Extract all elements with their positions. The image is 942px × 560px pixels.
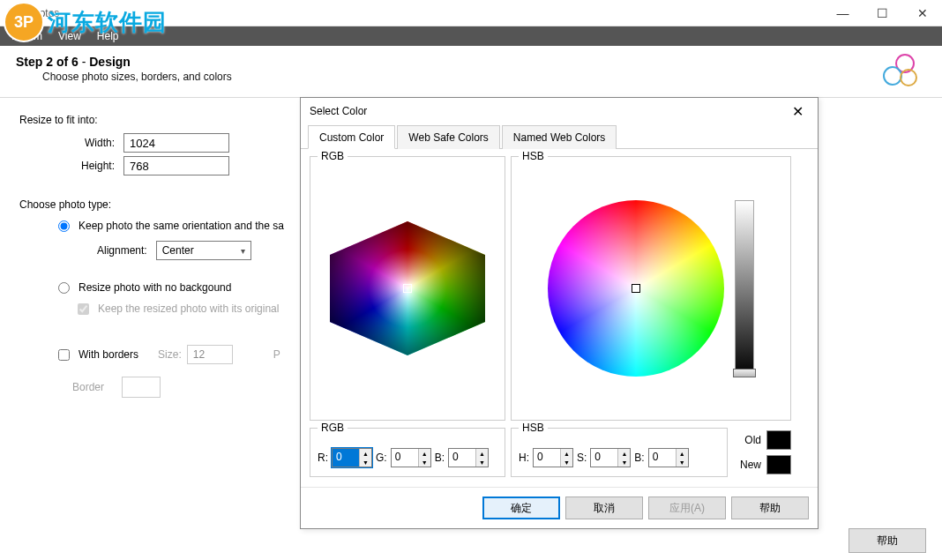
- g-spinner[interactable]: 0 ▲▼: [391, 448, 431, 467]
- chevron-down-icon: ▾: [241, 246, 245, 256]
- dialog-close-button[interactable]: ✕: [787, 103, 809, 120]
- old-color-swatch: [766, 430, 791, 450]
- g-down-icon[interactable]: ▼: [418, 458, 430, 467]
- tab-custom-color[interactable]: Custom Color: [308, 125, 395, 149]
- dialog-tabs: Custom Color Web Safe Colors Named Web C…: [301, 124, 818, 149]
- keep-original-label: Keep the resized photo with its original: [98, 302, 279, 315]
- hsb-picker-panel: HSB: [511, 156, 791, 421]
- step-sep: -: [78, 55, 89, 69]
- window-title: Photos: [26, 7, 59, 19]
- g-label: G:: [376, 452, 387, 464]
- tab-named-web[interactable]: Named Web Colors: [502, 125, 617, 149]
- main-help-button[interactable]: 帮助: [849, 528, 926, 553]
- s-value: 0: [591, 449, 617, 467]
- step-header: Step 2 of 6 - Design Choose photo sizes,…: [0, 46, 942, 98]
- b-spinner[interactable]: 0 ▲▼: [448, 448, 489, 467]
- dialog-help-button[interactable]: 帮助: [731, 497, 809, 519]
- dialog-button-bar: 确定 取消 应用(A) 帮助: [301, 487, 818, 528]
- r-down-icon[interactable]: ▼: [359, 458, 371, 467]
- hsb-inputs-panel: HSB H: 0 ▲▼ S: 0 ▲▼ B: 0 ▲▼: [511, 428, 728, 477]
- hsb-color-wheel[interactable]: [548, 200, 724, 377]
- radio-resize-label: Resize photo with no backgound: [78, 281, 231, 294]
- rgb-picker-panel: RGB: [310, 156, 505, 421]
- size-label: Size:: [158, 348, 182, 361]
- window-titlebar: Photos — ☐ ✕: [0, 0, 942, 26]
- dialog-ok-button[interactable]: 确定: [482, 497, 560, 519]
- svg-point-1: [11, 11, 20, 19]
- radio-resize-nobg[interactable]: [58, 282, 70, 294]
- tab-web-safe[interactable]: Web Safe Colors: [397, 125, 500, 149]
- select-color-dialog: Select Color ✕ Custom Color Web Safe Col…: [300, 97, 819, 529]
- dialog-title: Select Color: [310, 105, 367, 117]
- b2-spinner[interactable]: 0 ▲▼: [648, 448, 689, 467]
- h-up-icon[interactable]: ▲: [560, 449, 572, 458]
- hsb-panel-legend: HSB: [519, 150, 548, 162]
- new-color-swatch: [766, 455, 791, 474]
- alignment-select[interactable]: Center ▾: [156, 241, 251, 260]
- s-label: S:: [577, 452, 587, 464]
- b-up-icon[interactable]: ▲: [475, 449, 488, 458]
- b2-down-icon[interactable]: ▼: [676, 458, 688, 467]
- hsb-brightness-handle[interactable]: [733, 369, 756, 377]
- old-label: Old: [744, 434, 761, 446]
- r-label: R:: [318, 452, 328, 464]
- rgb-inputs-panel: RGB R: 0 ▲▼ G: 0 ▲▼ B: 0 ▲▼: [310, 428, 505, 477]
- step-number: Step 2 of 6: [16, 55, 78, 69]
- step-name: Design: [89, 55, 131, 69]
- border-color-swatch[interactable]: [122, 377, 161, 398]
- menu-view[interactable]: View: [51, 28, 88, 44]
- window-close-button[interactable]: ✕: [902, 0, 942, 26]
- dialog-titlebar: Select Color ✕: [301, 98, 818, 124]
- menubar: Album View Help: [0, 26, 942, 46]
- rgb-inputs-legend: RGB: [318, 422, 348, 434]
- hsb-wheel-marker[interactable]: [632, 284, 640, 293]
- radio-same-orientation[interactable]: [58, 220, 70, 232]
- h-label: H:: [519, 452, 529, 464]
- step-title: Step 2 of 6 - Design: [16, 55, 232, 69]
- s-up-icon[interactable]: ▲: [617, 449, 630, 458]
- p-label: P: [273, 348, 280, 361]
- h-down-icon[interactable]: ▼: [560, 458, 572, 467]
- check-keep-original: [78, 303, 89, 315]
- old-new-panel: Old New: [735, 428, 791, 477]
- bubbles-icon: [878, 53, 919, 88]
- b2-label: B:: [634, 452, 644, 464]
- menu-help[interactable]: Help: [90, 28, 126, 44]
- r-value: 0: [333, 449, 359, 467]
- with-borders-label: With borders: [78, 348, 138, 361]
- border-label: Border: [72, 381, 104, 393]
- s-down-icon[interactable]: ▼: [617, 458, 630, 467]
- main-button-bar: 帮助: [849, 528, 926, 553]
- b2-value: 0: [649, 449, 676, 467]
- b2-up-icon[interactable]: ▲: [676, 449, 688, 458]
- check-with-borders[interactable]: [58, 349, 70, 361]
- border-size-input[interactable]: [187, 345, 233, 364]
- b-down-icon[interactable]: ▼: [475, 458, 488, 467]
- height-label: Height:: [58, 160, 115, 172]
- radio-same-label: Keep photo the same orientation and the …: [78, 220, 284, 232]
- b-label: B:: [435, 452, 445, 464]
- g-up-icon[interactable]: ▲: [418, 449, 430, 458]
- dialog-apply-button: 应用(A): [648, 497, 726, 519]
- r-spinner[interactable]: 0 ▲▼: [332, 448, 372, 467]
- hsb-inputs-legend: HSB: [519, 422, 548, 434]
- b-value: 0: [449, 449, 475, 467]
- alignment-label: Alignment:: [97, 244, 147, 257]
- g-value: 0: [392, 449, 418, 467]
- app-icon: [7, 6, 21, 20]
- r-up-icon[interactable]: ▲: [359, 449, 371, 458]
- window-maximize-button[interactable]: ☐: [863, 0, 902, 26]
- rgb-panel-legend: RGB: [318, 150, 348, 162]
- step-subtitle: Choose photo sizes, borders, and colors: [42, 71, 232, 83]
- s-spinner[interactable]: 0 ▲▼: [590, 448, 631, 467]
- dialog-cancel-button[interactable]: 取消: [565, 497, 643, 519]
- hsb-brightness-slider[interactable]: [735, 200, 754, 377]
- h-spinner[interactable]: 0 ▲▼: [533, 448, 573, 467]
- height-input[interactable]: [123, 156, 229, 175]
- window-minimize-button[interactable]: —: [823, 0, 863, 26]
- alignment-value: Center: [162, 244, 194, 257]
- width-input[interactable]: [123, 133, 229, 153]
- svg-point-3: [884, 67, 901, 85]
- menu-album[interactable]: Album: [5, 28, 49, 44]
- rgb-hexagon-marker[interactable]: [403, 284, 412, 293]
